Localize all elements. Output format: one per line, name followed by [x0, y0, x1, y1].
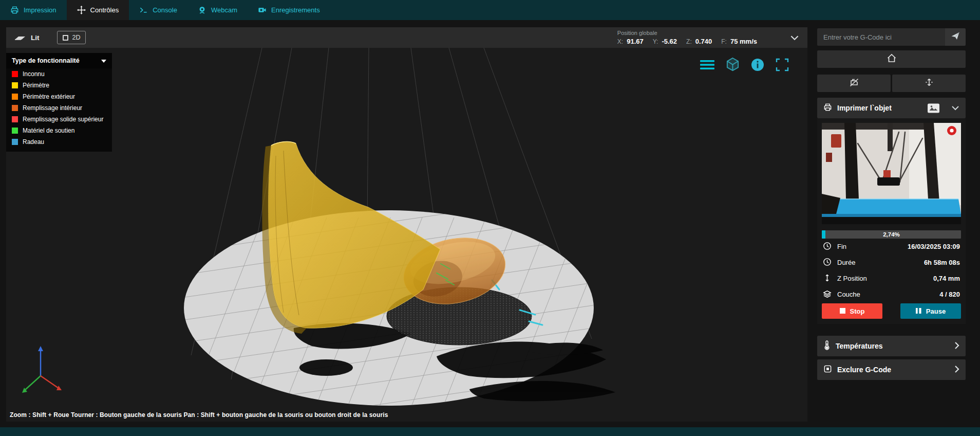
tab-label: Console — [153, 6, 177, 14]
snapshot-button[interactable] — [927, 103, 940, 113]
cube-view-button[interactable] — [726, 57, 740, 72]
x-position: X:91.67 — [617, 38, 644, 45]
tab-impression[interactable]: Impression — [0, 0, 67, 20]
top-tab-bar: Impression Contrôles Console Webcam Enre… — [0, 0, 980, 20]
video-camera-icon — [258, 6, 267, 14]
color-swatch — [12, 105, 18, 111]
feedrate: F:75 mm/s — [721, 38, 757, 45]
color-swatch — [12, 82, 18, 88]
chevron-right-icon — [954, 365, 959, 375]
color-swatch — [12, 71, 18, 77]
legend-item-perimetre-exterieur: Périmètre extérieur — [6, 91, 112, 102]
feature-type-legend: Type de fonctionnalité Inconnu Périmètre… — [6, 53, 112, 152]
toggle-2d-label: 2D — [72, 34, 81, 41]
layer-menu-button[interactable] — [700, 59, 714, 70]
info-row-couche: Couche 4 / 820 — [822, 286, 961, 302]
print-panel-body: 2,74% Fin 16/03/2025 03:09 Durée 6h 58m … — [817, 118, 966, 324]
viewport-controls — [700, 57, 789, 72]
viewport-toolbar: Lit 2D Position globale X:91.67 Y:-5.62 … — [6, 27, 807, 48]
legend-item-materiel-soutien: Matériel de soutien — [6, 125, 112, 136]
send-icon — [951, 31, 960, 43]
caret-down-icon — [101, 57, 106, 64]
toggle-2d-view-button[interactable]: 2D — [57, 31, 86, 44]
info-value: 16/03/2025 03:09 — [908, 243, 960, 250]
printer-icon — [823, 103, 832, 113]
info-value: 0,74 mm — [933, 275, 960, 282]
legend-dropdown[interactable]: Type de fonctionnalité — [6, 53, 112, 68]
home-all-button[interactable] — [817, 50, 966, 68]
send-gcode-button[interactable] — [945, 28, 966, 46]
motors-off-button[interactable] — [817, 75, 891, 92]
print-panel-header[interactable]: Imprimer l`objet — [817, 98, 966, 118]
info-row-fin: Fin 16/03/2025 03:09 — [822, 239, 961, 255]
info-label: Durée — [837, 259, 855, 266]
temperatures-panel-header[interactable]: Températures — [817, 336, 966, 356]
progress-percent-label: 2,74% — [822, 230, 961, 239]
pause-icon — [916, 307, 921, 315]
chevron-down-icon — [951, 104, 959, 112]
info-label: Fin — [837, 243, 846, 250]
color-swatch — [12, 116, 18, 122]
stop-button[interactable]: Stop — [822, 303, 882, 319]
position-values: X:91.67 Y:-5.62 Z:0.740 F:75 mm/s — [617, 38, 757, 45]
tab-controles[interactable]: Contrôles — [67, 0, 129, 20]
tab-label: Contrôles — [90, 6, 119, 14]
exclude-gcode-panel-header[interactable]: Exclure G-Code — [817, 359, 966, 380]
webcam-image — [822, 123, 961, 224]
bottom-status-bar — [0, 427, 980, 436]
legend-item-remplissage-interieur: Remplissage intérieur — [6, 102, 112, 114]
rec-badge — [947, 126, 956, 135]
temperatures-panel: Températures — [817, 336, 966, 356]
gcode-3d-viewport: Lit 2D Position globale X:91.67 Y:-5.62 … — [6, 27, 807, 422]
3d-scene-canvas[interactable] — [6, 48, 807, 422]
info-row-duree: Durée 6h 58m 08s — [822, 255, 961, 270]
print-panel-title: Imprimer l`objet — [837, 104, 892, 112]
position-title: Position globale — [617, 30, 757, 36]
gcode-input[interactable] — [817, 28, 945, 46]
info-value: 6h 58m 08s — [924, 259, 960, 266]
print-object-panel: Imprimer l`objet — [817, 98, 966, 324]
legend-item-remplissage-solide: Remplissage solide supérieur — [6, 114, 112, 125]
motor-off-icon — [849, 78, 859, 89]
color-swatch — [12, 139, 18, 145]
legend-item-perimetre: Périmètre — [6, 80, 112, 91]
tab-console[interactable]: Console — [129, 0, 187, 20]
print-actions: Stop Pause — [822, 303, 961, 319]
thermometer-icon — [823, 340, 831, 352]
temperatures-title: Températures — [836, 342, 883, 350]
print-progress-bar: 2,74% — [822, 230, 961, 239]
info-label: Couche — [837, 290, 860, 298]
legend-item-inconnu: Inconnu — [6, 68, 112, 80]
fullscreen-button[interactable] — [776, 58, 789, 71]
clock-icon — [823, 258, 832, 268]
webcam-preview — [822, 123, 961, 224]
terminal-icon — [139, 6, 148, 14]
global-position-readout: Position globale X:91.67 Y:-5.62 Z:0.740… — [617, 30, 757, 45]
legend-item-radeau: Radeau — [6, 136, 112, 148]
vertical-arrows-icon — [823, 274, 832, 284]
legend-title: Type de fonctionnalité — [12, 57, 80, 64]
z-adjust-icon — [924, 78, 934, 89]
webcam-icon — [198, 6, 206, 14]
tab-label: Impression — [24, 6, 56, 14]
viewport-help-text: Zoom : Shift + Roue Tourner : Bouton gau… — [10, 411, 388, 419]
exclude-gcode-panel: Exclure G-Code — [817, 359, 966, 380]
collapse-toolbar-button[interactable] — [790, 35, 799, 41]
color-swatch — [12, 128, 18, 134]
pause-button[interactable]: Pause — [900, 303, 961, 319]
tab-enregistrements[interactable]: Enregistrements — [248, 0, 330, 20]
clock-icon — [823, 242, 832, 252]
bed-selector[interactable]: Lit — [14, 33, 40, 43]
info-row-z-position: Z Position 0,74 mm — [822, 270, 961, 286]
tab-webcam[interactable]: Webcam — [187, 0, 248, 20]
chevron-right-icon — [954, 341, 959, 351]
tab-label: Webcam — [211, 6, 237, 14]
house-icon — [887, 53, 897, 65]
info-label: Z Position — [837, 275, 867, 282]
z-babystep-button[interactable] — [892, 75, 966, 92]
axis-gizmo — [22, 346, 62, 393]
quick-action-row — [817, 75, 966, 92]
layers-icon — [823, 289, 832, 300]
right-sidebar: Imprimer l`objet — [817, 27, 966, 427]
info-button[interactable] — [751, 58, 764, 71]
